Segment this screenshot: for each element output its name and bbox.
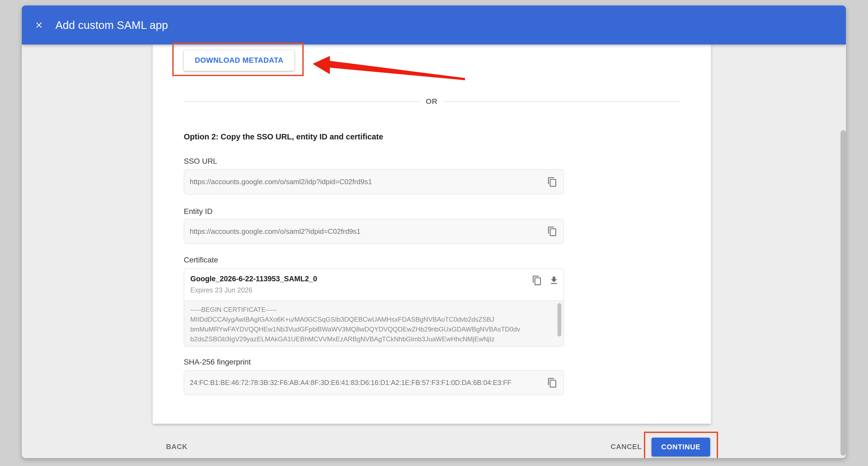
sha256-fingerprint-value: 24:FC:B1:BE:46:72:78:3B:32:F6:AB:A4:8F:3… xyxy=(190,379,512,387)
option2-heading: Option 2: Copy the SSO URL, entity ID an… xyxy=(184,132,383,141)
entity-id-label: Entity ID xyxy=(184,207,213,216)
certificate-line: -----BEGIN CERTIFICATE----- xyxy=(190,305,557,315)
entity-id-field: https://accounts.google.com/o/saml2?idpi… xyxy=(184,219,564,244)
add-custom-saml-app-dialog: Add custom SAML app DOWNLOAD METADATA OR… xyxy=(22,5,846,458)
sso-url-field: https://accounts.google.com/o/saml2/idp?… xyxy=(184,169,564,195)
annotation-arrow xyxy=(305,53,469,83)
divider-line-left xyxy=(184,101,419,102)
copy-icon[interactable] xyxy=(547,226,557,237)
certificate-body-text: -----BEGIN CERTIFICATE----- MIIDdDCCAlyg… xyxy=(184,300,563,346)
certificate-name: Google_2026-6-22-113953_SAML2_0 xyxy=(190,275,317,283)
entity-id-value: https://accounts.google.com/o/saml2?idpi… xyxy=(190,227,361,236)
certificate-card: Google_2026-6-22-113953_SAML2_0 Expires … xyxy=(184,268,564,347)
sso-url-value: https://accounts.google.com/o/saml2/idp?… xyxy=(190,178,372,186)
copy-icon[interactable] xyxy=(532,275,542,286)
divider-line-right xyxy=(444,101,680,102)
certificate-label: Certificate xyxy=(184,256,218,264)
annotation-box-download xyxy=(172,43,304,76)
copy-icon[interactable] xyxy=(547,177,557,187)
certificate-header: Google_2026-6-22-113953_SAML2_0 Expires … xyxy=(184,269,563,300)
dialog-header: Add custom SAML app xyxy=(22,5,846,45)
copy-icon[interactable] xyxy=(547,378,557,388)
sso-url-label: SSO URL xyxy=(184,157,217,166)
dialog-title: Add custom SAML app xyxy=(55,19,168,31)
certificate-expiry: Expires 23 Jun 2026 xyxy=(190,286,252,294)
cancel-button[interactable]: CANCEL xyxy=(611,442,642,451)
certificate-scrollbar-thumb[interactable] xyxy=(557,303,561,337)
certificate-line: bmMuMRYwFAYDVQQHEw1Nb3VudGFpbiBWaWV3MQ8w… xyxy=(190,324,557,334)
certificate-actions xyxy=(532,275,559,286)
divider-or-label: OR xyxy=(426,97,438,106)
back-button[interactable]: BACK xyxy=(166,442,188,451)
dialog-scrollbar-thumb[interactable] xyxy=(840,130,846,456)
close-icon[interactable] xyxy=(34,21,43,30)
download-icon[interactable] xyxy=(549,275,559,286)
or-divider: OR xyxy=(184,93,679,110)
dialog-body: DOWNLOAD METADATA OR Option 2: Copy the … xyxy=(22,45,846,458)
certificate-line: b2dsZSBGb3IgV29yazELMAkGA1UEBhMCVVMxEzAR… xyxy=(190,334,557,344)
sha256-fingerprint-field: 24:FC:B1:BE:46:72:78:3B:32:F6:AB:A4:8F:3… xyxy=(184,370,564,395)
content-card: DOWNLOAD METADATA OR Option 2: Copy the … xyxy=(153,45,711,424)
sha256-fingerprint-label: SHA-256 fingerprint xyxy=(184,358,251,367)
certificate-line: MIIDdDCCAlygAwIBAgIGAXo6K+u/MA0GCSqGSIb3… xyxy=(190,315,557,324)
annotation-box-continue xyxy=(644,432,718,458)
